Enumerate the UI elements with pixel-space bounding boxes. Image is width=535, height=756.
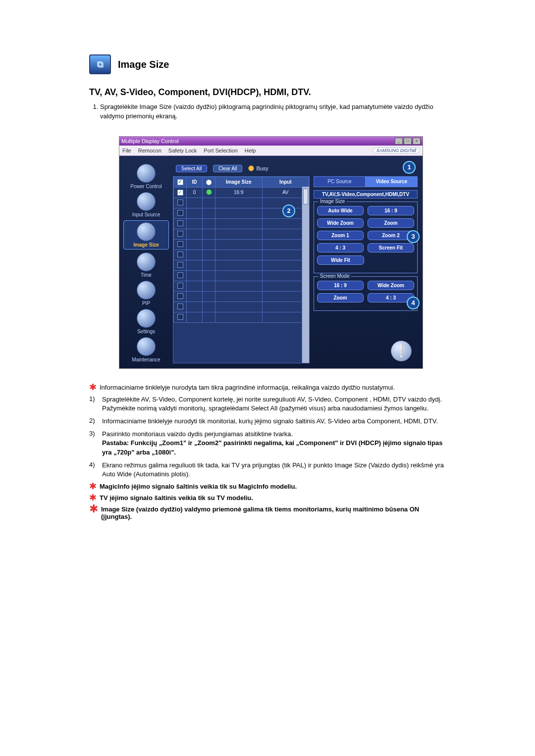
note-2: Informaciniame tinklelyje nurodyti tik m… bbox=[102, 417, 446, 426]
select-all-button[interactable]: Select All bbox=[176, 165, 207, 172]
sidebar-item-pip[interactable]: PIP bbox=[124, 281, 168, 306]
note-star-2: MagicInfo įėjimo signalo šaltinis veikia… bbox=[100, 483, 297, 490]
maximize-button[interactable]: □ bbox=[404, 138, 412, 145]
settings-icon bbox=[137, 309, 156, 328]
table-row[interactable] bbox=[174, 302, 309, 312]
input-icon bbox=[137, 192, 156, 211]
row-checkbox[interactable] bbox=[177, 200, 183, 205]
scrollbar-thumb[interactable] bbox=[303, 189, 308, 204]
table-row[interactable] bbox=[174, 270, 309, 281]
note-star-4: Image Size (vaizdo dydžio) valdymo priem… bbox=[101, 505, 446, 520]
image-size-nav-icon bbox=[137, 222, 156, 241]
table-row[interactable] bbox=[174, 239, 309, 250]
row-checkbox[interactable] bbox=[177, 220, 183, 226]
note-3: Pasirinkto monitoriaus vaizdo dydis perj… bbox=[102, 430, 446, 457]
sidebar-item-time[interactable]: Time bbox=[124, 252, 168, 278]
note-star-1: Informaciniame tinklelyje nurodyta tam t… bbox=[100, 384, 395, 391]
table-row[interactable] bbox=[174, 312, 309, 322]
group-image-size: Image Size Auto Wide 16 : 9 Wide Zoom Zo… bbox=[314, 202, 418, 273]
info-icon: ❕ bbox=[391, 341, 412, 361]
btn-wide-zoom[interactable]: Wide Zoom bbox=[317, 218, 364, 228]
right-panel: PC Source Video Source TV,AV,S-Video,Com… bbox=[314, 176, 418, 363]
row-checkbox[interactable] bbox=[177, 241, 183, 247]
num-2: 2) bbox=[89, 417, 98, 426]
btn-screen-fit[interactable]: Screen Fit bbox=[368, 243, 414, 252]
power-icon bbox=[137, 164, 156, 183]
col-status: ⬤ bbox=[203, 177, 215, 187]
btn-wide-fit[interactable]: Wide Fit bbox=[317, 255, 364, 265]
group-label-screen-mode: Screen Mode bbox=[318, 273, 351, 279]
sidebar-item-power-control[interactable]: Power Control bbox=[124, 164, 168, 189]
close-button[interactable]: × bbox=[413, 138, 421, 145]
menu-file[interactable]: File bbox=[122, 148, 131, 153]
row-checkbox[interactable] bbox=[177, 283, 183, 289]
menu-port-selection[interactable]: Port Selection bbox=[204, 148, 237, 153]
video-source-header: TV,AV,S-Video,Component,HDMI,DTV bbox=[314, 190, 418, 199]
table-row[interactable] bbox=[174, 291, 309, 302]
table-row[interactable] bbox=[174, 260, 309, 270]
busy-indicator: Busy bbox=[248, 165, 268, 171]
display-grid: ID ⬤ Image Size Input 0 16:9 AV bbox=[173, 176, 310, 363]
btn-zoom[interactable]: Zoom bbox=[368, 218, 414, 228]
table-row[interactable] bbox=[174, 281, 309, 291]
star-icon: ✱ bbox=[89, 494, 97, 502]
group-label-image-size: Image Size bbox=[318, 199, 347, 204]
grid-scrollbar[interactable] bbox=[302, 187, 309, 363]
table-row[interactable] bbox=[174, 250, 309, 260]
btn-4-3[interactable]: 4 : 3 bbox=[317, 243, 364, 252]
sidebar-item-input-source[interactable]: Input Source bbox=[124, 192, 168, 217]
clear-all-button[interactable]: Clear All bbox=[213, 165, 242, 172]
col-image-size: Image Size bbox=[215, 177, 263, 187]
image-size-icon: ⧉ bbox=[89, 54, 111, 74]
row-checkbox[interactable] bbox=[177, 314, 183, 320]
menu-remocon[interactable]: Remocon bbox=[138, 148, 161, 153]
btn-sm-wide-zoom[interactable]: Wide Zoom bbox=[368, 281, 414, 290]
mdc-window: Multiple Display Control _ □ × File Remo… bbox=[119, 136, 423, 369]
window-title: Multiple Display Control bbox=[121, 138, 179, 144]
callout-1: 1 bbox=[403, 161, 416, 174]
btn-sm-16-9[interactable]: 16 : 9 bbox=[317, 281, 364, 290]
btn-zoom1[interactable]: Zoom 1 bbox=[317, 231, 364, 240]
row-checkbox[interactable] bbox=[177, 262, 183, 268]
table-row[interactable] bbox=[174, 218, 309, 229]
header-checkbox[interactable] bbox=[177, 179, 183, 185]
num-1: 1) bbox=[89, 395, 98, 413]
row-checkbox[interactable] bbox=[177, 272, 183, 278]
sidebar-item-settings[interactable]: Settings bbox=[124, 309, 168, 334]
table-row[interactable]: 0 16:9 AV bbox=[174, 187, 309, 198]
tab-pc-source[interactable]: PC Source bbox=[314, 176, 366, 187]
busy-dot-icon bbox=[248, 165, 254, 171]
note-1: Spragtelėkite AV, S-Video, Component kor… bbox=[102, 395, 446, 413]
sidebar-item-maintenance[interactable]: Maintenance bbox=[124, 337, 168, 362]
row-checkbox[interactable] bbox=[177, 231, 183, 237]
btn-16-9[interactable]: 16 : 9 bbox=[368, 206, 414, 215]
star-icon: ✱ bbox=[89, 384, 97, 391]
row-checkbox[interactable] bbox=[177, 293, 183, 299]
row-checkbox[interactable] bbox=[177, 252, 183, 257]
minimize-button[interactable]: _ bbox=[395, 138, 403, 145]
pip-icon bbox=[137, 281, 156, 300]
menu-safety-lock[interactable]: Safety Lock bbox=[168, 148, 197, 153]
callout-4: 4 bbox=[407, 297, 420, 309]
row-checkbox[interactable] bbox=[177, 190, 183, 196]
sidebar-item-image-size[interactable]: Image Size bbox=[123, 220, 169, 250]
note-4: Ekrano režimus galima reguliuoti tik tad… bbox=[102, 461, 446, 479]
intro-step-1: Spragtelėkite Image Size (vaizdo dydžio)… bbox=[100, 102, 446, 121]
num-3: 3) bbox=[89, 430, 98, 457]
sidebar: Power Control Input Source Image Size Ti… bbox=[121, 164, 171, 363]
row-checkbox[interactable] bbox=[177, 210, 183, 216]
row-checkbox[interactable] bbox=[177, 303, 183, 309]
col-id: ID bbox=[187, 177, 203, 187]
page-subtitle: TV, AV, S-Video, Component, DVI(HDCP), H… bbox=[89, 87, 446, 98]
table-row[interactable] bbox=[174, 229, 309, 239]
tab-video-source[interactable]: Video Source bbox=[366, 176, 418, 187]
maintenance-icon bbox=[137, 337, 156, 356]
status-ok-icon bbox=[206, 189, 212, 195]
note-star-3: TV įėjimo signalo šaltinis veikia tik su… bbox=[100, 494, 253, 502]
menu-help[interactable]: Help bbox=[245, 148, 256, 153]
star-icon: ✱ bbox=[89, 505, 98, 520]
btn-auto-wide[interactable]: Auto Wide bbox=[317, 206, 364, 215]
col-check[interactable] bbox=[174, 177, 187, 187]
time-icon bbox=[137, 252, 156, 271]
btn-sm-zoom[interactable]: Zoom bbox=[317, 293, 364, 302]
